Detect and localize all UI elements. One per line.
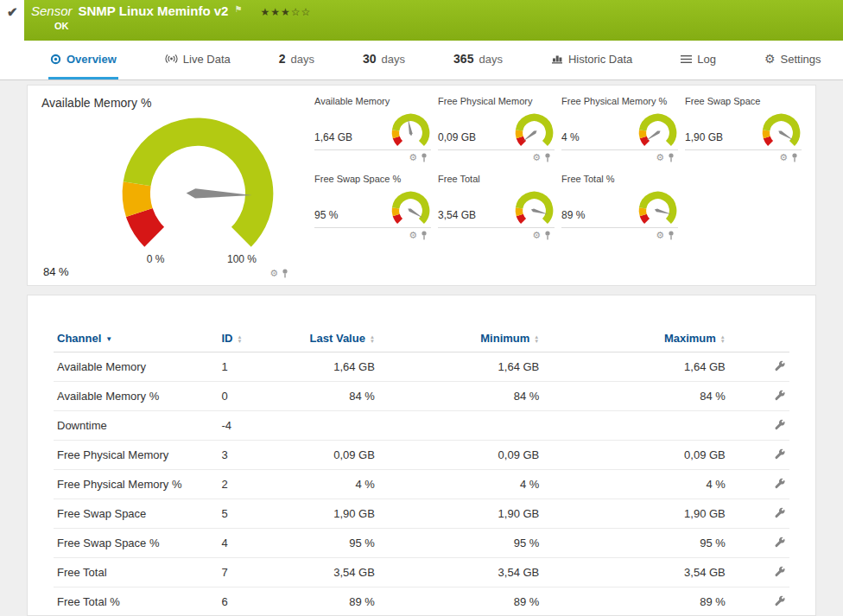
tab-30-days-unit: days <box>382 53 405 66</box>
tab-overview[interactable]: Overview <box>48 41 118 79</box>
channel-name-cell[interactable]: Free Total % <box>54 587 218 616</box>
minimum-cell: 3,54 GB <box>378 558 542 587</box>
column-header-minimum-label: Minimum <box>480 332 529 345</box>
sensor-header: ✔ Sensor SNMP Linux Meminfo v2 ⚑ ★★★☆☆ O… <box>0 0 843 41</box>
channel-name-cell[interactable]: Available Memory % <box>54 382 218 411</box>
channel-id-cell: -4 <box>218 411 269 441</box>
mini-gauge-chart <box>637 112 678 149</box>
column-header-id[interactable]: ID▲▼ <box>218 325 269 352</box>
column-header-channel[interactable]: Channel▼ <box>54 325 218 352</box>
gauge-settings-gear-icon[interactable]: ⚙ <box>779 153 788 162</box>
tab-log[interactable]: Log <box>679 41 718 79</box>
tab-2-days-number: 2 <box>279 52 286 66</box>
channel-name-cell[interactable]: Free Total <box>54 558 218 587</box>
table-row: Free Physical Memory 3 0,09 GB 0,09 GB 0… <box>54 441 789 470</box>
channel-name-cell[interactable]: Downtime <box>54 411 218 441</box>
star-rating[interactable]: ★★★☆☆ <box>260 6 311 18</box>
gauge-pin-icon[interactable] <box>791 153 798 162</box>
gauge-settings-gear-icon[interactable]: ⚙ <box>532 231 541 240</box>
gauge-settings-gear-icon[interactable]: ⚙ <box>269 269 278 278</box>
channel-name-cell[interactable]: Free Physical Memory % <box>54 470 218 499</box>
last-value-cell: 1,64 GB <box>270 352 378 382</box>
gauge-pin-icon[interactable] <box>282 269 288 278</box>
channel-settings-button[interactable] <box>774 389 786 403</box>
channel-settings-button[interactable] <box>774 448 786 462</box>
mini-gauges-grid: Available Memory 1,64 GB ⚙ Free Physical… <box>301 96 802 278</box>
column-header-minimum[interactable]: Minimum▲▼ <box>378 325 542 352</box>
column-header-channel-label: Channel <box>57 332 101 345</box>
column-header-maximum[interactable]: Maximum▲▼ <box>542 325 729 352</box>
channel-id-cell: 6 <box>218 587 269 616</box>
gauge-max-label: 100 % <box>225 253 259 265</box>
column-header-actions <box>729 325 789 352</box>
last-value-cell: 4 % <box>270 470 378 499</box>
channel-name-cell[interactable]: Free Swap Space <box>54 499 218 529</box>
sort-icon: ▲▼ <box>237 335 242 344</box>
gauge-settings-gear-icon[interactable]: ⚙ <box>656 231 664 240</box>
mini-gauge-tile: Free Total 3,54 GB ⚙ <box>438 174 555 246</box>
mini-gauge-title: Free Swap Space % <box>314 174 431 186</box>
channel-settings-button[interactable] <box>774 418 786 433</box>
channel-settings-button[interactable] <box>774 594 786 609</box>
channel-settings-button[interactable] <box>774 565 786 580</box>
channel-name-cell[interactable]: Available Memory <box>54 352 218 382</box>
last-value-cell: 84 % <box>270 382 378 411</box>
maximum-cell: 3,54 GB <box>542 558 729 587</box>
minimum-cell: 84 % <box>378 382 542 411</box>
tab-live-data[interactable]: Live Data <box>163 41 232 79</box>
channel-settings-button[interactable] <box>774 359 786 374</box>
gauge-settings-gear-icon[interactable]: ⚙ <box>656 153 664 162</box>
table-row: Free Swap Space 5 1,90 GB 1,90 GB 1,90 G… <box>54 499 789 529</box>
gauge-pin-icon[interactable] <box>544 231 551 240</box>
wrench-icon <box>774 448 786 460</box>
primary-gauge-title: Available Memory % <box>41 96 301 110</box>
minimum-cell: 4 % <box>378 470 542 499</box>
tab-365-days-unit: days <box>479 53 502 66</box>
channel-settings-button[interactable] <box>774 506 786 521</box>
channel-id-cell: 7 <box>218 558 269 587</box>
tab-365-days[interactable]: 365 days <box>452 41 504 79</box>
channel-name-cell[interactable]: Free Physical Memory <box>54 441 218 470</box>
channel-name-cell[interactable]: Free Swap Space % <box>54 529 218 558</box>
maximum-cell: 1,64 GB <box>542 352 729 382</box>
historic-data-icon <box>551 54 563 64</box>
minimum-cell: 1,90 GB <box>378 499 542 529</box>
wrench-icon <box>774 389 786 401</box>
minimum-cell: 0,09 GB <box>378 441 542 470</box>
tab-2-days-unit: days <box>291 53 314 66</box>
maximum-cell: 95 % <box>542 529 729 558</box>
live-data-icon <box>165 54 178 64</box>
gauge-pin-icon[interactable] <box>544 153 551 162</box>
table-row: Downtime -4 <box>54 411 789 441</box>
gauge-pin-icon[interactable] <box>421 153 428 162</box>
primary-gauge-needle <box>187 188 252 200</box>
last-value-cell: 89 % <box>270 587 378 616</box>
mini-gauge-chart <box>637 190 678 226</box>
minimum-cell: 89 % <box>378 587 542 616</box>
mini-gauge-chart <box>761 112 802 149</box>
primary-gauge-value: 84 % <box>43 265 69 278</box>
gauge-settings-gear-icon[interactable]: ⚙ <box>409 231 417 240</box>
gauge-settings-gear-icon[interactable]: ⚙ <box>532 153 541 162</box>
channel-table-body: Available Memory 1 1,64 GB 1,64 GB 1,64 … <box>54 352 789 616</box>
tab-settings[interactable]: ⚙ Settings <box>763 41 823 79</box>
channel-table: Channel▼ ID▲▼ Last Value▲▼ Minimum▲▼ Max… <box>54 325 789 616</box>
tab-30-days[interactable]: 30 days <box>361 41 407 79</box>
gauge-settings-gear-icon[interactable]: ⚙ <box>409 153 417 162</box>
tab-historic-data[interactable]: Historic Data <box>549 41 634 79</box>
table-row: Free Total % 6 89 % 89 % 89 % <box>54 587 789 616</box>
wrench-icon <box>774 477 786 489</box>
wrench-icon <box>774 536 786 548</box>
tab-settings-label: Settings <box>781 53 821 66</box>
column-header-last-value[interactable]: Last Value▲▼ <box>270 325 378 352</box>
channel-settings-button[interactable] <box>774 536 786 550</box>
tab-log-label: Log <box>697 53 716 66</box>
wrench-icon <box>774 418 786 430</box>
gauge-pin-icon[interactable] <box>668 231 675 240</box>
tab-2-days[interactable]: 2 days <box>277 41 316 79</box>
gauge-pin-icon[interactable] <box>421 231 428 240</box>
mini-gauge-title: Available Memory <box>314 96 431 108</box>
channel-settings-button[interactable] <box>774 477 786 492</box>
gauge-pin-icon[interactable] <box>668 153 675 162</box>
mini-gauge-value: 89 % <box>561 209 585 226</box>
